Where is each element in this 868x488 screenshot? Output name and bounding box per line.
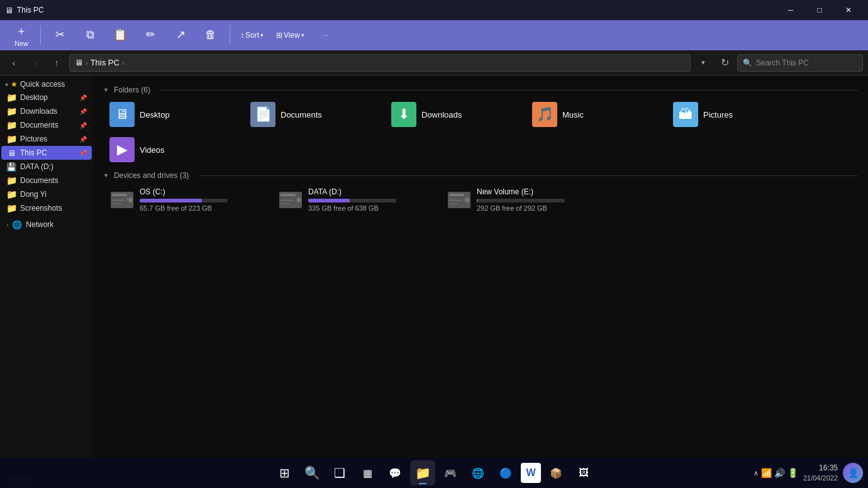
- share-icon: ↗: [176, 28, 186, 42]
- minimize-button[interactable]: ─: [776, 0, 805, 20]
- new-volume-e-bar-bg: [477, 199, 565, 202]
- drive-item-new-volume-e[interactable]: New Volume (E:) 292 GB free of 292 GB: [440, 184, 604, 216]
- pictures-icon: 🏔: [673, 102, 698, 127]
- data-d-info: DATA (D:) 335 GB free of 638 GB: [308, 187, 429, 212]
- back-button[interactable]: ‹: [5, 54, 23, 72]
- delete-button[interactable]: 🗑: [197, 26, 225, 45]
- user-avatar[interactable]: 👤: [843, 463, 863, 483]
- delete-icon: 🗑: [205, 28, 216, 42]
- this-pc-pin-icon: 📌: [79, 150, 87, 157]
- network-expand-icon: ›: [6, 221, 8, 228]
- taskbar-chrome-button[interactable]: 🔵: [493, 460, 518, 485]
- sidebar-item-desktop[interactable]: 📁 Desktop 📌: [1, 91, 92, 104]
- sidebar-item-documents2[interactable]: 📁 Documents: [1, 174, 92, 187]
- drive-item-os-c[interactable]: OS (C:) 65.7 GB free of 223 GB: [103, 184, 267, 216]
- speaker-icon[interactable]: 🔊: [774, 468, 785, 478]
- taskbar-widgets-button[interactable]: ▦: [355, 460, 380, 485]
- folder-item-documents[interactable]: 📄 Documents: [244, 98, 382, 131]
- downloads-folder-icon: 📁: [6, 106, 16, 116]
- sort-button[interactable]: ↕ Sort ▾: [235, 28, 269, 42]
- documents-folder-icon: 📁: [6, 120, 16, 130]
- sidebar-item-dong-yi[interactable]: 📁 Dong Yi: [1, 187, 92, 201]
- sidebar-item-screenshots[interactable]: 📁 Screenshots: [1, 201, 92, 215]
- path-icon: 🖥: [75, 58, 83, 67]
- new-button[interactable]: ＋ New: [8, 21, 35, 50]
- copy-button[interactable]: ⧉: [76, 26, 104, 45]
- sidebar-item-documents[interactable]: 📁 Documents 📌: [1, 118, 92, 132]
- new-volume-e-drive-icon: [447, 190, 472, 210]
- view-button[interactable]: ⊞ View ▾: [271, 28, 309, 42]
- documents2-icon: 📁: [6, 175, 16, 186]
- folder-item-desktop[interactable]: 🖥 Desktop: [103, 98, 242, 131]
- taskbar-photos-button[interactable]: 📦: [543, 460, 569, 485]
- refresh-button[interactable]: ↻: [716, 54, 733, 72]
- up-button[interactable]: ↑: [48, 54, 65, 72]
- cut-icon: ✂: [55, 28, 65, 42]
- more-button[interactable]: ···: [312, 29, 340, 42]
- taskbar-task-view-button[interactable]: ❑: [327, 460, 352, 485]
- folder-item-pictures[interactable]: 🏔 Pictures: [667, 98, 805, 131]
- paste-icon: 📋: [113, 28, 127, 42]
- pictures-folder-icon: 📁: [6, 134, 16, 144]
- taskbar-app1-button[interactable]: 🎮: [438, 460, 463, 485]
- svg-rect-17: [449, 203, 459, 204]
- path-this-pc: This PC: [91, 58, 120, 67]
- taskbar-start-button[interactable]: ⊞: [272, 460, 297, 485]
- taskbar-center: ⊞ 🔍 ❑ ▦ 💬 📁 🎮 🌐 🔵 W 📦 🖼: [272, 460, 596, 485]
- folder-item-downloads[interactable]: ⬇ Downloads: [385, 98, 523, 131]
- chevron-up-icon[interactable]: ∧: [754, 469, 759, 477]
- drive-item-data-d[interactable]: DATA (D:) 335 GB free of 638 GB: [272, 184, 435, 216]
- svg-point-3: [129, 199, 131, 201]
- sidebar-item-downloads[interactable]: 📁 Downloads 📌: [1, 104, 92, 118]
- clock-date: 21/04/2022: [803, 474, 838, 483]
- taskbar-file-explorer-button[interactable]: 📁: [410, 460, 435, 485]
- this-pc-icon: 🖥: [75, 58, 83, 67]
- content-area: Folders (6) 🖥 Desktop 📄 Documents ⬇ Down…: [93, 75, 868, 469]
- toolbar: ＋ New ✂ ⧉ 📋 ✏ ↗ 🗑 ↕ Sort ▾ ⊞ View ▾ ···: [0, 20, 868, 50]
- cut-button[interactable]: ✂: [46, 25, 74, 45]
- taskbar-search-button[interactable]: 🔍: [299, 460, 325, 485]
- svg-rect-11: [281, 203, 291, 204]
- share-button[interactable]: ↗: [167, 25, 194, 45]
- main-area: ▾ ★ Quick access 📁 Desktop 📌 📁 Downloads…: [0, 75, 868, 469]
- rename-button[interactable]: ✏: [136, 25, 164, 45]
- taskbar-word-button[interactable]: W: [521, 463, 541, 483]
- window-icon: 🖥: [5, 6, 13, 15]
- quick-access-star-icon: ★: [11, 80, 18, 89]
- sidebar-item-pictures[interactable]: 📁 Pictures 📌: [1, 132, 92, 146]
- search-box[interactable]: 🔍 Search This PC: [737, 54, 863, 72]
- new-volume-e-info: New Volume (E:) 292 GB free of 292 GB: [477, 187, 598, 212]
- sidebar-item-network[interactable]: › 🌐 Network: [1, 218, 92, 231]
- system-tray-icons: ∧ 📶 🔊 🔋: [754, 468, 798, 478]
- svg-rect-4: [112, 199, 125, 201]
- address-path[interactable]: 🖥 › This PC ›: [69, 54, 691, 72]
- taskbar-edge-button[interactable]: 🌐: [465, 460, 491, 485]
- documents-icon: 📄: [250, 102, 275, 127]
- close-button[interactable]: ✕: [834, 0, 863, 20]
- address-dropdown-button[interactable]: ▾: [694, 54, 712, 72]
- sort-icon: ↕: [240, 31, 244, 40]
- sidebar-item-data-d[interactable]: 💾 DATA (D:): [1, 160, 92, 174]
- maximize-button[interactable]: □: [805, 0, 834, 20]
- downloads-icon: ⬇: [391, 102, 416, 127]
- quick-access-header[interactable]: ▾ ★ Quick access: [0, 78, 93, 91]
- network-tray-icon[interactable]: 📶: [761, 468, 772, 478]
- svg-point-15: [466, 199, 469, 201]
- taskbar-gallery-button[interactable]: 🖼: [571, 460, 596, 485]
- battery-icon[interactable]: 🔋: [787, 468, 798, 478]
- folder-item-videos[interactable]: ▶ Videos: [103, 133, 242, 166]
- drives-grid: OS (C:) 65.7 GB free of 223 GB: [103, 184, 858, 216]
- quick-access-expand-icon: ▾: [5, 81, 8, 88]
- clock[interactable]: 16:35 21/04/2022: [803, 463, 838, 483]
- svg-rect-5: [112, 203, 122, 204]
- folder-item-music[interactable]: 🎵 Music: [526, 98, 664, 131]
- data-d-bar-bg: [308, 199, 396, 202]
- forward-button[interactable]: ›: [26, 54, 44, 72]
- copy-icon: ⧉: [86, 28, 94, 42]
- taskbar-teams-button[interactable]: 💬: [382, 460, 408, 485]
- toolbar-separator-2: [230, 25, 230, 45]
- window-title: This PC: [17, 6, 44, 14]
- folders-grid: 🖥 Desktop 📄 Documents ⬇ Downloads 🎵: [103, 98, 858, 166]
- sidebar-item-this-pc[interactable]: 🖥 This PC 📌: [1, 146, 92, 160]
- paste-button[interactable]: 📋: [106, 25, 134, 45]
